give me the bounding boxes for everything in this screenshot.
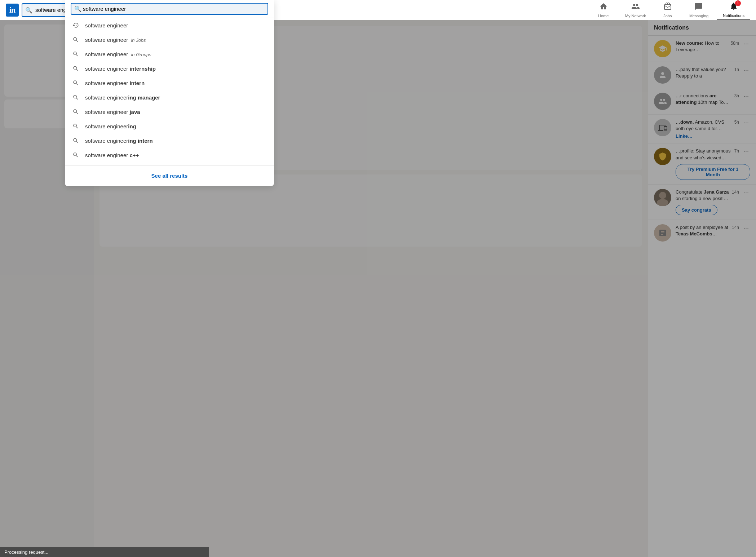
processing-bar: Processing request... [0, 547, 209, 557]
linkedin-logo[interactable]: in [6, 4, 19, 17]
dropdown-item-1[interactable]: software engineer in Jobs [65, 32, 274, 47]
dropdown-text-2: software engineer in Groups [85, 51, 151, 57]
search-icon-7 [72, 123, 79, 130]
see-all-results-link[interactable]: See all results [65, 168, 274, 183]
search-icon-6 [72, 108, 79, 115]
home-label: Home [598, 14, 609, 18]
dropdown-text-6: software engineer java [85, 109, 140, 115]
nav-item-network[interactable]: My Network [619, 0, 652, 20]
dropdown-item-2[interactable]: software engineer in Groups [65, 47, 274, 61]
dropdown-text-7: software engineering [85, 123, 136, 129]
dropdown-item-9[interactable]: software engineer c++ [65, 148, 274, 162]
dropdown-text-0: software engineer [85, 22, 128, 28]
search-input-wrapper: 🔍 [65, 0, 274, 18]
search-dropdown: 🔍 software engineer software engineer in… [65, 0, 274, 186]
nav-item-notifications[interactable]: 1 Notifications [717, 0, 750, 20]
home-icon [599, 2, 608, 13]
nav-item-messaging[interactable]: Messaging [684, 0, 714, 20]
dropdown-text-1: software engineer in Jobs [85, 37, 146, 43]
dropdown-item-3[interactable]: software engineer internship [65, 61, 274, 76]
network-label: My Network [625, 14, 646, 18]
dropdown-text-8: software engineering intern [85, 138, 153, 144]
search-icon-3 [72, 65, 79, 72]
search-icon-9 [72, 151, 79, 159]
search-icon-4 [72, 79, 79, 87]
dropdown-search-icon: 🔍 [74, 5, 81, 12]
notifications-icon: 1 [729, 2, 738, 13]
dropdown-item-6[interactable]: software engineer java [65, 105, 274, 119]
dropdown-text-3: software engineer internship [85, 66, 156, 72]
messaging-icon [694, 2, 703, 13]
dropdown-item-0[interactable]: software engineer [65, 18, 274, 32]
dropdown-search-input[interactable] [71, 3, 268, 15]
dropdown-item-7[interactable]: software engineering [65, 119, 274, 133]
nav-item-home[interactable]: Home [591, 0, 616, 20]
search-icon-2 [72, 50, 79, 58]
notification-badge: 1 [735, 0, 741, 6]
network-icon [631, 2, 640, 13]
nav-items: Home My Network Jobs Messaging 1 Not [591, 0, 750, 20]
jobs-label: Jobs [663, 14, 672, 18]
dropdown-text-5: software engineering manager [85, 94, 160, 101]
nav-item-jobs[interactable]: Jobs [655, 0, 681, 20]
dropdown-text-9: software engineer c++ [85, 152, 139, 158]
notifications-label: Notifications [723, 13, 744, 18]
logo-text: in [9, 5, 15, 15]
processing-text: Processing request... [4, 549, 48, 555]
search-icon-8 [72, 137, 79, 144]
jobs-icon [663, 2, 672, 13]
dropdown-item-8[interactable]: software engineering intern [65, 133, 274, 148]
dropdown-text-4: software engineer intern [85, 80, 145, 86]
dropdown-divider [65, 165, 274, 165]
search-icon: 🔍 [25, 6, 32, 13]
messaging-label: Messaging [689, 14, 708, 18]
dropdown-item-5[interactable]: software engineering manager [65, 90, 274, 105]
search-icon-5 [72, 94, 79, 101]
search-icon-1 [72, 36, 79, 43]
dropdown-item-4[interactable]: software engineer intern [65, 76, 274, 90]
clock-icon [72, 22, 79, 29]
